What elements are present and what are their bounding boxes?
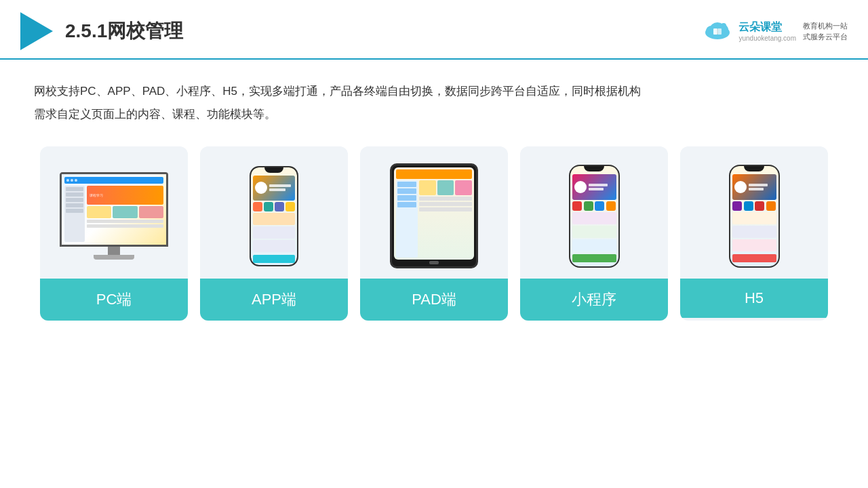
main-content: 网校支持PC、APP、PAD、小程序、H5，实现多端打通，产品各终端自由切换，数… bbox=[0, 60, 868, 341]
description-text: 网校支持PC、APP、PAD、小程序、H5，实现多端打通，产品各终端自由切换，数… bbox=[34, 80, 834, 126]
page-title: 2.5.1网校管理 bbox=[65, 18, 183, 44]
brand-logo: 云朵课堂 yunduoketang.com bbox=[702, 19, 796, 43]
pc-image-area: 课程学习 bbox=[40, 146, 188, 279]
pad-label: PAD端 bbox=[360, 279, 508, 321]
miniapp-image-area bbox=[520, 146, 668, 279]
brand-slogan: 教育机构一站式服务云平台 bbox=[803, 20, 848, 43]
svg-rect-5 bbox=[717, 28, 722, 35]
miniapp-card: 小程序 bbox=[520, 146, 668, 321]
pc-label: PC端 bbox=[40, 279, 188, 321]
logo-triangle-icon bbox=[20, 12, 53, 50]
miniapp-phone-icon bbox=[569, 165, 620, 268]
pad-tablet-icon bbox=[390, 163, 478, 268]
miniapp-phone-notch bbox=[584, 166, 604, 171]
h5-phone-screen bbox=[730, 166, 778, 266]
pc-monitor-icon: 课程学习 bbox=[60, 172, 168, 260]
pc-card: 课程学习 bbox=[40, 146, 188, 321]
miniapp-label: 小程序 bbox=[520, 279, 668, 321]
h5-image-area bbox=[680, 146, 828, 279]
cloud-icon bbox=[702, 19, 733, 43]
app-phone-icon bbox=[250, 166, 298, 266]
cards-container: 课程学习 bbox=[34, 146, 834, 321]
svg-point-7 bbox=[721, 23, 726, 28]
header-right: 云朵课堂 yunduoketang.com 教育机构一站式服务云平台 bbox=[702, 19, 848, 43]
brand-name-text: 云朵课堂 bbox=[738, 20, 782, 35]
svg-rect-4 bbox=[713, 28, 717, 35]
h5-label: H5 bbox=[680, 279, 828, 318]
h5-card: H5 bbox=[680, 146, 828, 321]
app-card: APP端 bbox=[200, 146, 348, 321]
phone-notch bbox=[264, 167, 283, 173]
tablet-screen bbox=[394, 167, 474, 260]
header-left: 2.5.1网校管理 bbox=[20, 12, 183, 50]
brand-text: 云朵课堂 yunduoketang.com bbox=[738, 20, 796, 42]
page-header: 2.5.1网校管理 云朵课堂 yunduoketang.com bbox=[0, 0, 868, 60]
h5-phone-icon bbox=[729, 165, 780, 268]
app-image-area bbox=[200, 146, 348, 279]
phone-screen bbox=[251, 167, 297, 265]
pad-image-area bbox=[360, 146, 508, 279]
app-label: APP端 bbox=[200, 279, 348, 321]
miniapp-phone-screen bbox=[570, 166, 618, 266]
monitor-screen: 课程学习 bbox=[60, 172, 168, 247]
brand-url-text: yunduoketang.com bbox=[738, 35, 796, 42]
pad-card: PAD端 bbox=[360, 146, 508, 321]
h5-phone-notch bbox=[744, 166, 764, 171]
